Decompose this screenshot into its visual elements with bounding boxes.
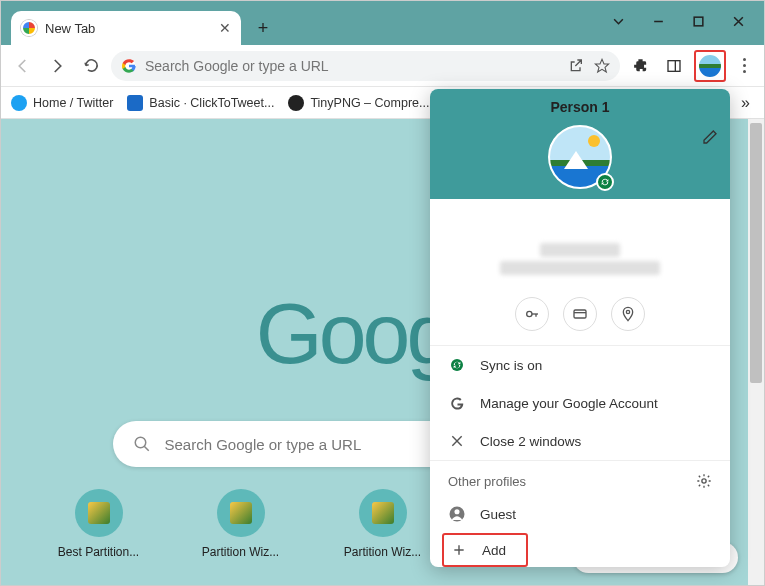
add-profile-item[interactable]: Add (444, 537, 520, 563)
manage-account-label: Manage your Google Account (480, 396, 658, 411)
tab-close-icon[interactable]: ✕ (219, 20, 231, 36)
payments-icon[interactable] (563, 297, 597, 331)
bookmarks-overflow-icon[interactable]: » (741, 94, 754, 112)
plus-icon (450, 541, 468, 559)
chrome-menu-icon[interactable] (732, 58, 756, 73)
browser-tab[interactable]: New Tab ✕ (11, 11, 241, 45)
profile-button-highlight (694, 50, 726, 82)
ntp-search-placeholder: Search Google or type a URL (165, 436, 362, 453)
manage-account-menu-item[interactable]: Manage your Google Account (430, 384, 730, 422)
sync-menu-item[interactable]: Sync is on (430, 346, 730, 384)
guest-profile-item[interactable]: Guest (430, 495, 730, 533)
redacted-email (500, 261, 660, 275)
other-profiles-label: Other profiles (448, 474, 526, 489)
shortcut-label: Partition Wiz... (333, 545, 433, 559)
toolbar (1, 45, 764, 87)
share-icon[interactable] (568, 58, 584, 74)
svg-rect-10 (574, 310, 586, 318)
svg-point-5 (135, 437, 146, 448)
guest-icon (448, 505, 466, 523)
svg-point-16 (454, 509, 459, 514)
address-input[interactable] (145, 58, 560, 74)
bookmark-label: Basic · ClickToTweet... (149, 96, 274, 110)
scrollbar[interactable] (748, 119, 764, 585)
manage-profiles-gear-icon[interactable] (696, 473, 712, 489)
svg-point-7 (527, 311, 532, 316)
address-bar[interactable] (111, 51, 620, 81)
svg-point-13 (451, 359, 463, 371)
add-label: Add (482, 543, 506, 558)
profile-quick-actions (430, 289, 730, 345)
window-close-icon[interactable] (718, 7, 758, 35)
sync-icon (448, 356, 466, 374)
search-icon (133, 435, 151, 453)
passwords-icon[interactable] (515, 297, 549, 331)
titlebar: New Tab ✕ + (1, 1, 764, 45)
google-logo-icon (448, 394, 466, 412)
window-maximize-icon[interactable] (678, 7, 718, 35)
tab-title: New Tab (45, 21, 219, 36)
nav-forward-icon[interactable] (43, 52, 71, 80)
extensions-icon[interactable] (626, 52, 654, 80)
profile-header: Person 1 (430, 89, 730, 199)
svg-rect-3 (668, 60, 680, 71)
shortcut-label: Partition Wiz... (191, 545, 291, 559)
shortcut-tile[interactable]: Best Partition... (49, 489, 149, 559)
sync-badge-icon (596, 173, 614, 191)
sync-label: Sync is on (480, 358, 542, 373)
new-tab-button[interactable]: + (249, 14, 277, 42)
svg-point-14 (702, 479, 706, 483)
google-g-icon (121, 58, 137, 74)
tinypng-icon (288, 95, 304, 111)
nav-reload-icon[interactable] (77, 52, 105, 80)
profile-menu-list: Sync is on Manage your Google Account Cl… (430, 345, 730, 460)
close-windows-label: Close 2 windows (480, 434, 581, 449)
window-minimize-icon[interactable] (638, 7, 678, 35)
star-icon[interactable] (594, 58, 610, 74)
svg-rect-1 (694, 17, 703, 26)
window-controls (598, 7, 758, 35)
close-icon (448, 432, 466, 450)
profile-user-info (430, 199, 730, 289)
bookmark-label: Home / Twitter (33, 96, 113, 110)
nav-back-icon[interactable] (9, 52, 37, 80)
window-caret-icon[interactable] (598, 7, 638, 35)
redacted-name (540, 243, 620, 257)
twitter-icon (11, 95, 27, 111)
tab-favicon (21, 20, 37, 36)
profile-menu-popup: Person 1 Sync is on Manage your Google A… (430, 89, 730, 567)
bookmark-item[interactable]: TinyPNG – Compre... (288, 95, 429, 111)
svg-line-6 (144, 446, 149, 451)
shortcut-tile[interactable]: Partition Wiz... (333, 489, 433, 559)
bookmark-label: TinyPNG – Compre... (310, 96, 429, 110)
scrollbar-thumb[interactable] (750, 123, 762, 383)
add-profile-highlight: Add (442, 533, 528, 567)
bookmark-item[interactable]: Home / Twitter (11, 95, 113, 111)
clicktotweet-icon (127, 95, 143, 111)
close-windows-menu-item[interactable]: Close 2 windows (430, 422, 730, 460)
sidepanel-icon[interactable] (660, 52, 688, 80)
profile-avatar-wrap (548, 125, 612, 189)
profile-name: Person 1 (430, 89, 730, 115)
edit-profile-icon[interactable] (702, 129, 718, 145)
guest-label: Guest (480, 507, 516, 522)
svg-point-12 (626, 310, 629, 313)
profile-avatar-button[interactable] (697, 53, 723, 79)
other-profiles-header: Other profiles (430, 460, 730, 495)
addresses-icon[interactable] (611, 297, 645, 331)
bookmark-item[interactable]: Basic · ClickToTweet... (127, 95, 274, 111)
shortcut-tile[interactable]: Partition Wiz... (191, 489, 291, 559)
shortcut-label: Best Partition... (49, 545, 149, 559)
